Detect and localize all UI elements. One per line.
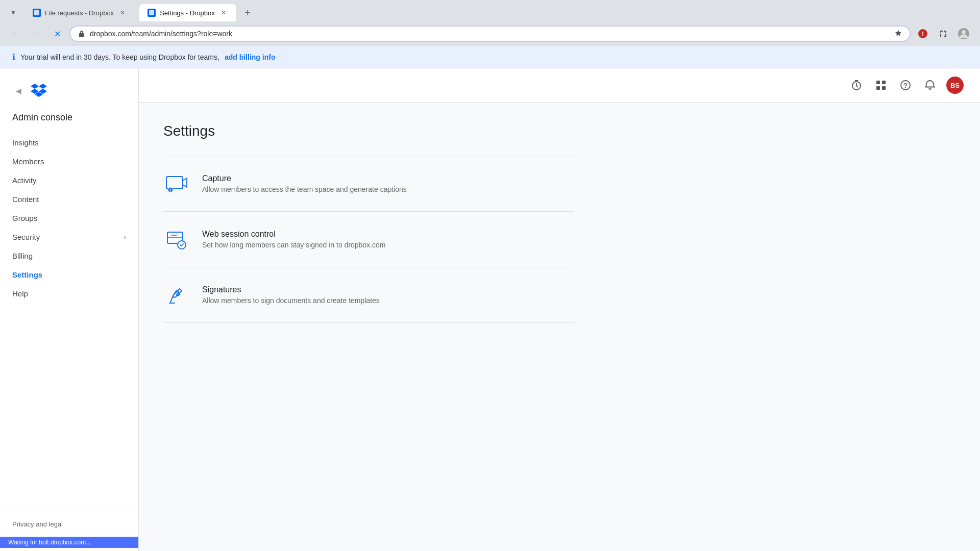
capture-text: Capture Allow members to access the team… [202, 174, 574, 193]
settings-item-web-session[interactable]: Web session control Set how long members… [163, 212, 574, 267]
capture-title: Capture [202, 174, 574, 183]
sidebar-item-settings[interactable]: Settings [0, 265, 138, 284]
nav-item-left-content: Content [12, 195, 39, 204]
info-icon: ℹ [12, 52, 15, 62]
bell-icon[interactable] [922, 77, 938, 93]
lock-icon [78, 30, 86, 38]
members-label: Members [12, 157, 44, 166]
web-session-text: Web session control Set how long members… [202, 230, 574, 249]
settings-content: Settings ! Capture Allow members to acce… [139, 103, 598, 343]
sidebar-item-billing[interactable]: Billing [0, 246, 138, 265]
tab-settings[interactable]: Settings - Dropbox ✕ [139, 4, 236, 21]
sidebar-collapse-button[interactable]: ◀ [12, 85, 24, 97]
sidebar-navigation: Insights Members Activity Content [0, 133, 138, 511]
tab-favicon-1 [33, 9, 41, 17]
signatures-description: Allow members to sign documents and crea… [202, 296, 574, 305]
svg-text:?: ? [903, 82, 908, 89]
signatures-title: Signatures [202, 285, 574, 294]
sidebar-item-insights[interactable]: Insights [0, 133, 138, 152]
billing-label: Billing [12, 252, 33, 260]
main-content: ? BS Settings ! [139, 68, 980, 551]
sidebar-footer: Privacy and legal [0, 511, 138, 537]
add-billing-link[interactable]: add billing info [225, 53, 276, 61]
reload-button[interactable]: ✕ [49, 26, 65, 42]
signatures-text: Signatures Allow members to sign documen… [202, 285, 574, 305]
sidebar-logo-area: ◀ [0, 79, 138, 108]
nav-item-left-settings: Settings [12, 270, 42, 279]
sidebar-item-members[interactable]: Members [0, 152, 138, 171]
sidebar: ◀ Admin console Insights Members Activ [0, 68, 139, 551]
nav-item-left-help: Help [12, 289, 28, 298]
tab-close-1[interactable]: ✕ [118, 8, 127, 17]
svg-point-5 [962, 30, 966, 34]
capture-icon: ! [163, 170, 190, 197]
address-bar[interactable]: dropbox.com/team/admin/settings?role=wor… [69, 26, 911, 42]
help-circle-icon[interactable]: ? [897, 77, 914, 93]
insights-label: Insights [12, 138, 39, 147]
web-session-icon [163, 226, 190, 253]
sidebar-item-security[interactable]: Security › [0, 228, 138, 246]
adblock-icon[interactable]: ! [915, 26, 931, 42]
help-label: Help [12, 289, 28, 298]
sidebar-item-activity[interactable]: Activity [0, 171, 138, 190]
content-label: Content [12, 195, 39, 204]
nav-item-left-security: Security [12, 233, 40, 241]
svg-text:!: ! [922, 31, 924, 38]
web-session-title: Web session control [202, 230, 574, 239]
activity-label: Activity [12, 176, 37, 185]
grid-icon[interactable] [873, 77, 889, 93]
forward-button[interactable]: → [29, 26, 45, 42]
tab-label-1: File requests - Dropbox [45, 9, 114, 17]
nav-item-left-insights: Insights [12, 138, 39, 147]
settings-item-capture[interactable]: ! Capture Allow members to access the te… [163, 156, 574, 212]
browser-tab-bar: ▼ File requests - Dropbox ✕ Settings - D… [0, 0, 980, 21]
svg-rect-1 [149, 10, 154, 15]
user-avatar[interactable]: BS [946, 77, 964, 94]
svg-rect-0 [34, 10, 39, 15]
groups-label: Groups [12, 214, 37, 222]
dropbox-logo[interactable]: ◀ [12, 84, 126, 98]
profile-icon[interactable] [955, 26, 972, 42]
svg-rect-7 [876, 81, 880, 84]
back-button[interactable]: ← [8, 26, 24, 42]
admin-console-label: Admin console [0, 108, 138, 133]
status-text: Waiting for bolt.dropbox.com... [8, 539, 91, 546]
security-label: Security [12, 233, 40, 241]
svg-rect-13 [166, 177, 183, 189]
trial-banner: ℹ Your trial will end in 30 days. To kee… [0, 46, 980, 68]
tab-close-2[interactable]: ✕ [219, 8, 228, 17]
tab-label-2: Settings - Dropbox [160, 9, 215, 17]
signatures-icon [163, 282, 190, 308]
extensions-icon[interactable] [935, 26, 951, 42]
nav-item-left-activity: Activity [12, 176, 37, 185]
url-text: dropbox.com/team/admin/settings?role=wor… [90, 30, 890, 38]
settings-label: Settings [12, 270, 42, 279]
app-layout: ◀ Admin console Insights Members Activ [0, 68, 980, 551]
banner-text: Your trial will end in 30 days. To keep … [20, 53, 219, 61]
capture-description: Allow members to access the team space a… [202, 185, 574, 193]
svg-rect-8 [882, 81, 886, 84]
page-title: Settings [163, 123, 574, 139]
sidebar-item-groups[interactable]: Groups [0, 209, 138, 228]
settings-item-signatures[interactable]: Signatures Allow members to sign documen… [163, 267, 574, 323]
dropbox-logo-icon [31, 84, 47, 98]
tab-list-arrow[interactable]: ▼ [6, 6, 20, 20]
timer-icon[interactable] [848, 77, 865, 93]
main-header: ? BS [139, 68, 980, 103]
status-bar: Waiting for bolt.dropbox.com... [0, 537, 138, 548]
svg-text:!: ! [170, 188, 172, 193]
nav-item-left-billing: Billing [12, 252, 33, 260]
svg-rect-10 [882, 86, 886, 90]
new-tab-button[interactable]: + [240, 6, 255, 20]
nav-item-left-groups: Groups [12, 214, 37, 222]
sidebar-item-content[interactable]: Content [0, 190, 138, 209]
nav-item-left-members: Members [12, 157, 44, 166]
star-icon[interactable] [894, 30, 902, 38]
security-chevron-icon: › [124, 234, 126, 241]
tab-file-requests[interactable]: File requests - Dropbox ✕ [24, 4, 135, 21]
tab-favicon-2 [148, 9, 156, 17]
sidebar-item-help[interactable]: Help [0, 284, 138, 303]
browser-nav-bar: ← → ✕ dropbox.com/team/admin/settings?ro… [0, 21, 980, 46]
privacy-legal-link[interactable]: Privacy and legal [12, 520, 63, 528]
web-session-description: Set how long members can stay signed in … [202, 241, 574, 249]
